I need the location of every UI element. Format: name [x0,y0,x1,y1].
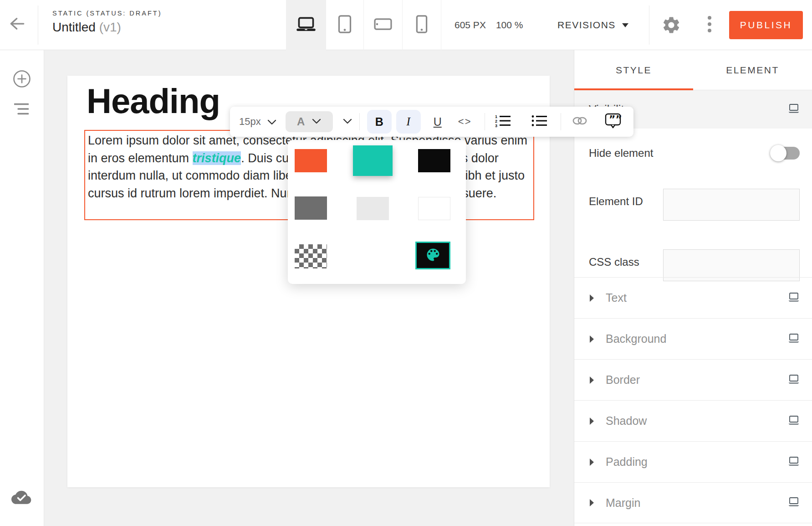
toolbar-divider [561,113,561,130]
phone-preview-button[interactable] [402,0,441,50]
italic-button[interactable]: I [396,110,421,134]
svg-text:””: ”” [609,113,621,125]
section-shadow[interactable]: Shadow [574,400,812,441]
monitor-icon[interactable] [788,456,800,468]
ordered-list-button[interactable]: 123 [495,114,511,129]
svg-text:1: 1 [495,114,497,119]
topbar-divider [649,5,649,45]
tablet-icon [338,15,352,35]
canvas-heading-text[interactable]: Heading [87,81,220,121]
cloud-check-icon [11,499,32,506]
color-swatch-black[interactable] [418,149,450,172]
section-label: Border [606,373,788,387]
top-bar: STATIC (STATUS: DRAFT) Untitled (v1) 605… [0,0,812,50]
monitor-icon[interactable] [788,333,800,345]
panel-tab-bar: STYLE ELEMENT [574,50,812,90]
bullet-list-icon [531,114,548,129]
zoom-level-value: 100 % [496,20,523,31]
gear-icon [661,29,681,36]
font-size-value: 15px [239,116,261,128]
section-label: Padding [606,455,788,469]
chevron-right-icon [590,418,594,425]
phone-icon [416,15,428,35]
underline-button[interactable]: U [425,110,450,134]
section-label: Margin [606,496,788,510]
section-text[interactable]: Text [574,277,812,318]
monitor-icon[interactable] [788,374,800,386]
section-label: Shadow [606,414,788,428]
add-element-button[interactable] [12,69,31,90]
css-class-label: CSS class [589,256,639,268]
font-size-dropdown[interactable]: 15px [239,116,276,128]
hide-element-label: Hide element [589,147,653,160]
section-border[interactable]: Border [574,359,812,400]
publish-button[interactable]: PUBLISH [729,11,803,39]
tab-element[interactable]: ELEMENT [693,50,812,90]
palette-icon [425,247,441,265]
document-status: STATIC (STATUS: DRAFT) [52,10,162,17]
link-button[interactable] [572,116,587,128]
element-id-row: Element ID [589,189,800,221]
link-icon [572,116,587,128]
color-swatch-dark-gray[interactable] [295,196,327,220]
svg-text:3: 3 [495,124,497,127]
left-sidebar [0,50,44,526]
chevron-down-icon [622,23,628,27]
color-swatch-light-gray[interactable] [357,197,389,220]
toolbar-divider [485,113,485,130]
css-class-row: CSS class [589,249,800,281]
toggle-knob [770,145,786,161]
viewport-width-value: 605 PX [455,20,486,31]
phone-landscape-preview-button[interactable] [363,0,402,50]
color-swatch-custom[interactable] [415,242,450,269]
quote-button[interactable]: ”” [605,113,621,130]
css-class-input[interactable] [663,249,800,281]
laptop-icon [296,16,316,34]
outline-button[interactable] [14,102,29,118]
color-swatch-white[interactable] [418,197,450,220]
code-button[interactable]: <> [453,110,477,134]
chevron-right-icon [590,294,594,302]
phone-landscape-icon [374,18,392,32]
element-id-input[interactable] [663,189,800,221]
monitor-icon[interactable] [788,415,800,427]
bold-button[interactable]: B [367,110,392,134]
color-swatch-orange[interactable] [295,149,327,172]
color-swatch-teal[interactable] [353,145,393,176]
topbar-divider [38,5,38,45]
bullet-list-button[interactable] [531,114,548,129]
settings-button[interactable] [661,15,681,35]
chevron-down-icon [312,118,321,126]
document-title: Untitled (v1) [52,20,162,35]
tab-style[interactable]: STYLE [574,50,693,90]
section-margin[interactable]: Margin [574,482,812,523]
text-color-dropdown[interactable]: A [286,111,333,132]
highlight-color-dropdown[interactable] [343,118,352,126]
plus-circle-icon [12,82,31,90]
monitor-icon[interactable] [788,497,800,509]
text-color-label: A [297,115,305,128]
chevron-down-icon [267,116,276,128]
color-swatch-transparent[interactable] [295,244,327,268]
chevron-right-icon [590,499,594,506]
hide-element-toggle[interactable] [771,147,800,160]
text-format-toolbar: 15px A B I U <> 123 ”” [230,107,633,137]
document-title-block: STATIC (STATUS: DRAFT) Untitled (v1) [52,10,162,35]
section-padding[interactable]: Padding [574,441,812,482]
monitor-icon[interactable] [788,292,800,304]
monitor-icon[interactable] [788,103,800,115]
more-options-button[interactable] [703,14,716,36]
outline-list-icon [14,109,29,117]
quote-bubble-icon: ”” [605,113,621,130]
tablet-preview-button[interactable] [326,0,363,50]
section-background[interactable]: Background [574,318,812,359]
autosave-status [11,490,32,507]
highlighted-word[interactable]: tristique [193,151,241,165]
revisions-label: REVISIONS [557,20,616,31]
desktop-preview-button[interactable] [286,0,326,50]
revisions-dropdown[interactable]: REVISIONS [557,0,628,50]
kebab-menu-icon [707,14,712,36]
back-button[interactable] [8,15,32,36]
chevron-right-icon [590,376,594,384]
ordered-list-icon: 123 [495,114,511,129]
